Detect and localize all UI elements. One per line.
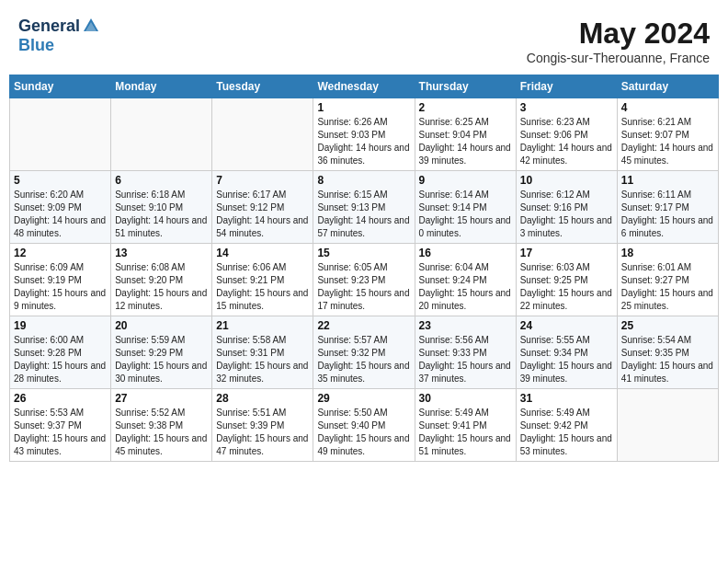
calendar-cell: 27Sunrise: 5:52 AMSunset: 9:38 PMDayligh… [111,389,212,462]
calendar-cell [10,98,111,171]
day-number: 25 [621,319,714,332]
day-info: Sunrise: 6:23 AMSunset: 9:06 PMDaylight:… [520,116,613,167]
day-number: 5 [14,174,107,187]
day-info: Sunrise: 6:03 AMSunset: 9:25 PMDaylight:… [520,261,613,313]
day-info: Sunrise: 5:51 AMSunset: 9:39 PMDaylight:… [216,407,309,458]
calendar-cell: 22Sunrise: 5:57 AMSunset: 9:32 PMDayligh… [313,316,415,389]
weekday-header-friday: Friday [516,75,617,98]
day-number: 18 [621,247,714,259]
calendar-cell: 28Sunrise: 5:51 AMSunset: 9:39 PMDayligh… [212,389,313,462]
day-info: Sunrise: 6:04 AMSunset: 9:24 PMDaylight:… [419,261,512,313]
calendar-cell: 20Sunrise: 5:59 AMSunset: 9:29 PMDayligh… [111,316,212,389]
calendar-cell: 11Sunrise: 6:11 AMSunset: 9:17 PMDayligh… [617,171,718,244]
calendar-cell: 16Sunrise: 6:04 AMSunset: 9:24 PMDayligh… [415,244,516,316]
calendar-cell: 10Sunrise: 6:12 AMSunset: 9:16 PMDayligh… [516,171,617,244]
calendar-cell: 26Sunrise: 5:53 AMSunset: 9:37 PMDayligh… [10,389,111,462]
calendar-cell: 1Sunrise: 6:26 AMSunset: 9:03 PMDaylight… [313,98,415,171]
calendar-cell: 30Sunrise: 5:49 AMSunset: 9:41 PMDayligh… [415,389,516,462]
logo: General Blue [18,17,100,55]
calendar-cell: 23Sunrise: 5:56 AMSunset: 9:33 PMDayligh… [415,316,516,389]
day-number: 8 [317,174,410,187]
day-info: Sunrise: 6:11 AMSunset: 9:17 PMDaylight:… [621,189,714,240]
day-number: 17 [520,247,613,259]
calendar-body: 1Sunrise: 6:26 AMSunset: 9:03 PMDaylight… [10,98,719,462]
weekday-header-tuesday: Tuesday [212,75,313,98]
day-number: 24 [520,319,613,332]
day-number: 31 [520,392,613,405]
day-number: 2 [419,101,512,114]
day-info: Sunrise: 5:49 AMSunset: 9:42 PMDaylight:… [520,407,613,458]
calendar-cell [617,389,718,462]
weekday-header-row: SundayMondayTuesdayWednesdayThursdayFrid… [10,75,719,98]
day-info: Sunrise: 6:18 AMSunset: 9:10 PMDaylight:… [115,189,208,240]
calendar-cell: 21Sunrise: 5:58 AMSunset: 9:31 PMDayligh… [212,316,313,389]
weekday-header-sunday: Sunday [10,75,111,98]
weekday-header-wednesday: Wednesday [313,75,415,98]
day-number: 26 [14,392,107,405]
calendar-cell: 12Sunrise: 6:09 AMSunset: 9:19 PMDayligh… [10,244,111,316]
day-info: Sunrise: 6:20 AMSunset: 9:09 PMDaylight:… [14,189,107,240]
calendar-cell: 2Sunrise: 6:25 AMSunset: 9:04 PMDaylight… [415,98,516,171]
calendar-cell: 31Sunrise: 5:49 AMSunset: 9:42 PMDayligh… [516,389,617,462]
day-number: 23 [419,319,512,332]
calendar-cell: 13Sunrise: 6:08 AMSunset: 9:20 PMDayligh… [111,244,212,316]
day-info: Sunrise: 5:52 AMSunset: 9:38 PMDaylight:… [115,407,208,458]
calendar-cell: 29Sunrise: 5:50 AMSunset: 9:40 PMDayligh… [313,389,415,462]
day-info: Sunrise: 5:59 AMSunset: 9:29 PMDaylight:… [115,334,208,385]
day-info: Sunrise: 6:25 AMSunset: 9:04 PMDaylight:… [419,116,512,167]
day-info: Sunrise: 6:01 AMSunset: 9:27 PMDaylight:… [621,261,714,313]
calendar-cell: 18Sunrise: 6:01 AMSunset: 9:27 PMDayligh… [617,244,718,316]
calendar-cell: 14Sunrise: 6:06 AMSunset: 9:21 PMDayligh… [212,244,313,316]
weekday-header-saturday: Saturday [617,75,718,98]
day-info: Sunrise: 5:53 AMSunset: 9:37 PMDaylight:… [14,407,107,458]
calendar-cell: 6Sunrise: 6:18 AMSunset: 9:10 PMDaylight… [111,171,212,244]
calendar-cell: 8Sunrise: 6:15 AMSunset: 9:13 PMDaylight… [313,171,415,244]
day-info: Sunrise: 5:57 AMSunset: 9:32 PMDaylight:… [317,334,410,385]
day-info: Sunrise: 6:00 AMSunset: 9:28 PMDaylight:… [14,334,107,385]
day-info: Sunrise: 5:58 AMSunset: 9:31 PMDaylight:… [216,334,309,385]
calendar-week-1: 1Sunrise: 6:26 AMSunset: 9:03 PMDaylight… [10,98,719,171]
calendar-week-3: 12Sunrise: 6:09 AMSunset: 9:19 PMDayligh… [10,244,719,316]
calendar-cell [212,98,313,171]
month-title: May 2024 [527,17,710,51]
weekday-header-monday: Monday [111,75,212,98]
day-info: Sunrise: 5:49 AMSunset: 9:41 PMDaylight:… [419,407,512,458]
day-info: Sunrise: 6:08 AMSunset: 9:20 PMDaylight:… [115,261,208,313]
day-number: 19 [14,319,107,332]
day-number: 15 [317,247,410,259]
day-info: Sunrise: 6:14 AMSunset: 9:14 PMDaylight:… [419,189,512,240]
day-info: Sunrise: 5:50 AMSunset: 9:40 PMDaylight:… [317,407,410,458]
logo-blue: Blue [18,36,54,54]
day-number: 10 [520,174,613,187]
day-number: 4 [621,101,714,114]
day-number: 16 [419,247,512,259]
day-info: Sunrise: 5:56 AMSunset: 9:33 PMDaylight:… [419,334,512,385]
day-number: 9 [419,174,512,187]
calendar-cell: 15Sunrise: 6:05 AMSunset: 9:23 PMDayligh… [313,244,415,316]
logo-general: General [18,17,80,36]
day-number: 21 [216,319,309,332]
day-info: Sunrise: 6:12 AMSunset: 9:16 PMDaylight:… [520,189,613,240]
calendar-cell: 7Sunrise: 6:17 AMSunset: 9:12 PMDaylight… [212,171,313,244]
day-number: 30 [419,392,512,405]
day-info: Sunrise: 6:15 AMSunset: 9:13 PMDaylight:… [317,189,410,240]
calendar-cell: 4Sunrise: 6:21 AMSunset: 9:07 PMDaylight… [617,98,718,171]
calendar-table: SundayMondayTuesdayWednesdayThursdayFrid… [9,75,719,462]
calendar-cell: 25Sunrise: 5:54 AMSunset: 9:35 PMDayligh… [617,316,718,389]
calendar-week-4: 19Sunrise: 6:00 AMSunset: 9:28 PMDayligh… [10,316,719,389]
calendar-cell: 3Sunrise: 6:23 AMSunset: 9:06 PMDaylight… [516,98,617,171]
day-info: Sunrise: 6:17 AMSunset: 9:12 PMDaylight:… [216,189,309,240]
calendar-cell: 9Sunrise: 6:14 AMSunset: 9:14 PMDaylight… [415,171,516,244]
day-number: 14 [216,247,309,259]
day-info: Sunrise: 6:21 AMSunset: 9:07 PMDaylight:… [621,116,714,167]
day-number: 3 [520,101,613,114]
day-info: Sunrise: 5:54 AMSunset: 9:35 PMDaylight:… [621,334,714,385]
calendar-week-5: 26Sunrise: 5:53 AMSunset: 9:37 PMDayligh… [10,389,719,462]
day-number: 28 [216,392,309,405]
day-number: 13 [115,247,208,259]
calendar-cell: 24Sunrise: 5:55 AMSunset: 9:34 PMDayligh… [516,316,617,389]
logo-icon [82,17,100,35]
day-number: 22 [317,319,410,332]
calendar-cell [111,98,212,171]
calendar-cell: 19Sunrise: 6:00 AMSunset: 9:28 PMDayligh… [10,316,111,389]
